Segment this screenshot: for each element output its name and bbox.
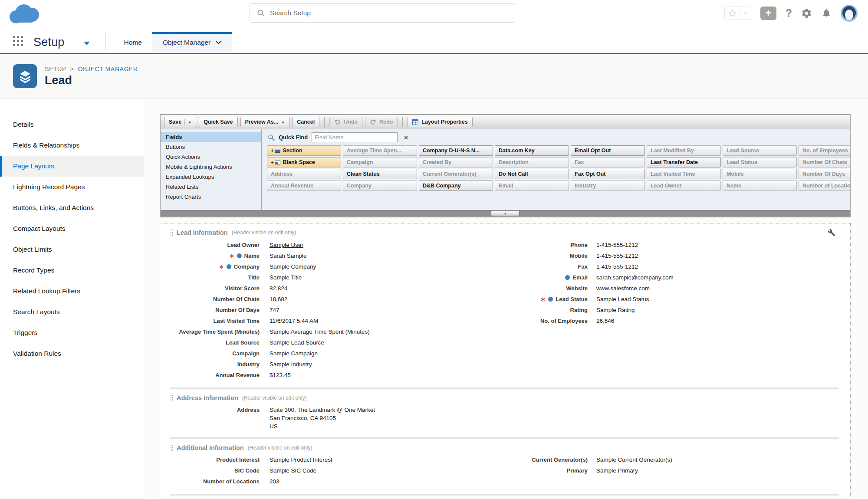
drag-handle-icon[interactable] — [171, 445, 173, 451]
field-label-text: Lead Source — [226, 337, 260, 348]
preview-as-button[interactable]: Preview As... — [240, 117, 290, 127]
palette-field-label: Address — [271, 171, 293, 177]
palette-field-label: Do Not Call — [499, 171, 528, 177]
palette-field-last-visited-time[interactable]: Last Visited Time — [647, 169, 721, 179]
sidebar-item-compact-layouts[interactable]: Compact Layouts — [0, 218, 144, 239]
quick-find-input[interactable] — [312, 132, 398, 142]
palette-field-section[interactable]: Section — [267, 145, 341, 156]
app-launcher-icon[interactable] — [13, 36, 23, 46]
field-row-number-of-days: Number Of Days747 — [170, 305, 513, 315]
palette-field-number-of-days[interactable]: Number Of Days — [799, 169, 850, 179]
breadcrumb-setup[interactable]: SETUP — [45, 66, 66, 72]
undo-button[interactable]: Undo — [329, 117, 362, 127]
palette-field-fax[interactable]: Fax — [571, 157, 645, 167]
drag-handle-icon[interactable] — [171, 230, 173, 236]
palette-field-label: Mobile — [727, 171, 744, 177]
palette-field-blank-space[interactable]: Blank Space — [267, 157, 341, 167]
palette-category-expanded-lookups[interactable]: Expanded Lookups — [161, 172, 261, 182]
palette-field-address[interactable]: Address — [267, 169, 341, 179]
favorites-button[interactable] — [724, 7, 751, 20]
palette-field-mobile[interactable]: Mobile — [723, 169, 797, 179]
layout-editor: Save Quick Save Preview As... Cancel — [160, 114, 851, 217]
palette-field-annual-revenue[interactable]: Annual Revenue — [267, 181, 341, 191]
help-icon[interactable] — [786, 7, 792, 20]
global-search-input[interactable] — [270, 9, 515, 17]
palette-category-quick-actions[interactable]: Quick Actions — [161, 152, 261, 162]
section-header-address-information[interactable]: Address Information(Header visible on ed… — [170, 394, 839, 404]
sidebar-item-record-types[interactable]: Record Types — [0, 260, 144, 281]
palette-field-number-of-chats[interactable]: Number Of Chats — [799, 157, 850, 167]
palette-field-d-b-company[interactable]: D&B Company — [419, 181, 493, 191]
palette-field-email-opt-out[interactable]: Email Opt Out — [571, 145, 645, 156]
drag-handle-icon[interactable] — [171, 395, 173, 401]
notifications-bell-icon[interactable] — [821, 8, 832, 18]
save-button[interactable]: Save — [164, 117, 196, 127]
palette-field-do-not-call[interactable]: Do Not Call — [495, 169, 569, 179]
sidebar-item-fields-relationships[interactable]: Fields & Relationships — [0, 135, 144, 156]
sidebar-item-search-layouts[interactable]: Search Layouts — [0, 302, 144, 322]
sidebar-item-page-layouts[interactable]: Page Layouts — [0, 156, 144, 177]
section-header-additional-information[interactable]: Additional Information(Header visible on… — [170, 443, 839, 453]
sidebar-item-buttons-links-and-actions[interactable]: Buttons, Links, and Actions — [0, 197, 144, 218]
tab-home[interactable]: Home — [114, 32, 152, 53]
palette-field-last-modified-by[interactable]: Last Modified By — [647, 145, 721, 156]
palette-field-company[interactable]: Company — [343, 181, 417, 191]
main-area: Save Quick Save Preview As... Cancel — [144, 98, 868, 498]
palette-field-lead-status[interactable]: Lead Status — [723, 157, 797, 167]
quick-find-clear-icon[interactable] — [404, 134, 408, 141]
palette-field-current-generator-s[interactable]: Current Generator(s) — [419, 169, 493, 179]
field-value-lead-owner[interactable]: Sample User — [270, 240, 303, 250]
sidebar-item-details[interactable]: Details — [0, 114, 144, 135]
palette-category-buttons[interactable]: Buttons — [161, 142, 261, 152]
sidebar-item-lightning-record-pages[interactable]: Lightning Record Pages — [0, 177, 144, 197]
field-label-company: Company — [170, 261, 260, 272]
palette-category-fields[interactable]: Fields — [161, 132, 261, 142]
quick-save-button[interactable]: Quick Save — [199, 117, 237, 127]
palette-field-clean-status[interactable]: Clean Status — [343, 169, 417, 179]
tab-object-manager[interactable]: Object Manager — [152, 32, 232, 53]
field-value-campaign[interactable]: Sample Campaign — [270, 348, 318, 359]
palette-field-email[interactable]: Email — [495, 181, 569, 191]
palette-category-mobile-lightning-actions[interactable]: Mobile & Lightning Actions — [161, 162, 261, 172]
section-header-lead-information[interactable]: Lead Information(Header visible on edit … — [170, 228, 839, 239]
palette-field-lead-owner[interactable]: Lead Owner — [647, 181, 721, 191]
layout-properties-button[interactable]: Layout Properties — [408, 117, 472, 127]
palette-field-data-com-key[interactable]: Data.com Key — [495, 145, 569, 156]
save-dropdown-icon[interactable] — [188, 119, 191, 125]
user-avatar[interactable] — [841, 5, 858, 22]
palette-field-average-time-spen[interactable]: Average Time Spen... — [343, 145, 417, 156]
breadcrumb-object-manager[interactable]: OBJECT MANAGER — [78, 66, 138, 72]
palette-field-no-of-employees[interactable]: No. of Employees — [799, 145, 850, 156]
redo-button[interactable]: Redo — [365, 117, 398, 127]
palette-collapse-button[interactable] — [491, 211, 519, 216]
favorites-dropdown-icon[interactable] — [740, 7, 751, 20]
palette-field-company-d-u-n-s-n[interactable]: Company D-U-N-S N... — [419, 145, 493, 156]
global-add-icon[interactable] — [760, 7, 776, 20]
wrench-icon[interactable] — [828, 229, 835, 236]
sidebar-item-triggers[interactable]: Triggers — [0, 322, 144, 343]
palette-field-industry[interactable]: Industry — [571, 181, 645, 191]
favorites-star-icon[interactable] — [725, 7, 740, 20]
field-value-address: Suite 300, The Landmark @ One Market San… — [270, 404, 375, 430]
section-icon — [275, 149, 280, 153]
setup-gear-icon[interactable] — [801, 8, 812, 19]
sidebar-item-related-lookup-filters[interactable]: Related Lookup Filters — [0, 281, 144, 302]
quick-find-label: Quick Find — [279, 134, 308, 141]
palette-field-description[interactable]: Description — [495, 157, 569, 167]
field-value-fax: 1-415-555-1212 — [596, 261, 638, 272]
section-divider — [170, 437, 839, 439]
palette-field-number-of-locatio[interactable]: Number of Locatio — [799, 181, 850, 191]
palette-field-last-transfer-date[interactable]: Last Transfer Date — [647, 157, 721, 167]
palette-field-campaign[interactable]: Campaign — [343, 157, 417, 167]
palette-category-report-charts[interactable]: Report Charts — [161, 192, 261, 202]
app-dropdown-icon[interactable] — [84, 42, 90, 45]
sidebar-item-object-limits[interactable]: Object Limits — [0, 239, 144, 260]
palette-category-related-lists[interactable]: Related Lists — [161, 182, 261, 192]
cancel-button[interactable]: Cancel — [292, 117, 319, 127]
palette-field-lead-source[interactable]: Lead Source — [723, 145, 797, 156]
sidebar-item-validation-rules[interactable]: Validation Rules — [0, 343, 144, 364]
palette-field-fax-opt-out[interactable]: Fax Opt Out — [571, 169, 645, 179]
field-row-last-visited-time: Last Visited Time11/6/2017 5:44 AM — [170, 315, 513, 326]
palette-field-created-by[interactable]: Created By — [419, 157, 493, 167]
palette-field-name[interactable]: Name — [723, 181, 797, 191]
